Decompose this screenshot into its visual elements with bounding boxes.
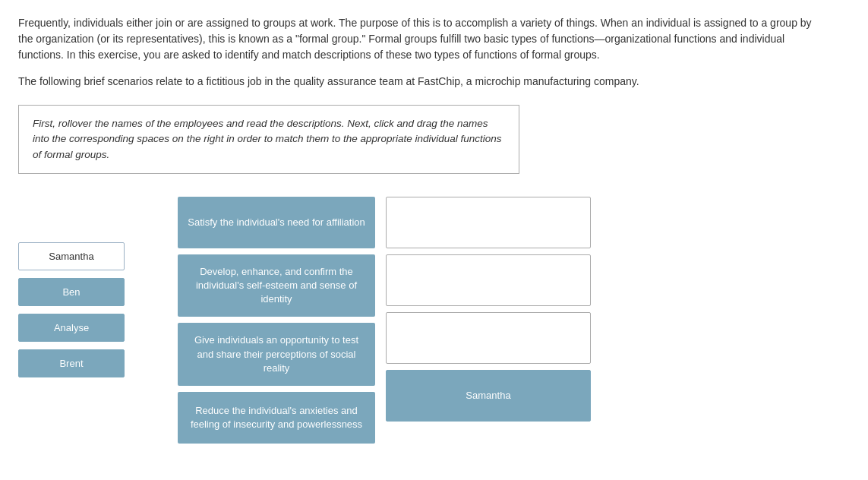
drop-target-1[interactable] <box>386 197 591 248</box>
exercise-area: Samantha Ben Analyse Brent Satisfy the i… <box>18 197 850 444</box>
intro-paragraph2: The following brief scenarios relate to … <box>18 74 823 90</box>
drop-column: Samantha <box>386 197 591 422</box>
instruction-text: First, rollover the names of the employe… <box>33 116 505 163</box>
name-analyse[interactable]: Analyse <box>18 314 125 342</box>
name-ben[interactable]: Ben <box>18 278 125 306</box>
function-label-3: Give individuals an opportunity to test … <box>178 323 375 386</box>
drop-target-3[interactable] <box>386 312 591 364</box>
name-samantha[interactable]: Samantha <box>18 242 125 270</box>
functions-column: Satisfy the individual's need for affili… <box>178 197 375 444</box>
name-brent[interactable]: Brent <box>18 349 125 377</box>
function-label-1: Satisfy the individual's need for affili… <box>178 197 375 248</box>
instruction-box: First, rollover the names of the employe… <box>18 105 519 174</box>
drop-target-2[interactable] <box>386 254 591 306</box>
function-label-4: Reduce the individual's anxieties and fe… <box>178 392 375 444</box>
names-column: Samantha Ben Analyse Brent <box>18 197 125 377</box>
drop-target-4[interactable]: Samantha <box>386 370 591 422</box>
function-label-2: Develop, enhance, and confirm the indivi… <box>178 254 375 317</box>
intro-paragraph1: Frequently, individuals either join or a… <box>18 15 823 63</box>
